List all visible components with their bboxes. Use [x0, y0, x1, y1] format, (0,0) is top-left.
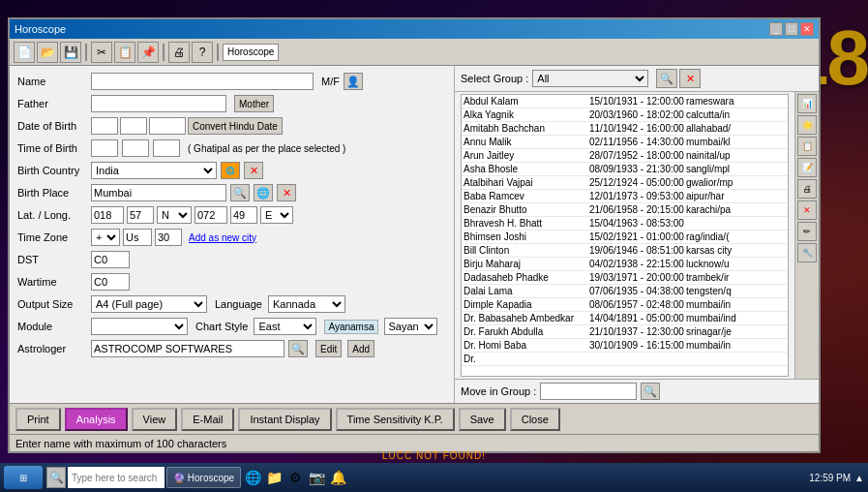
print-btn[interactable]: Print	[15, 408, 61, 431]
add-astrologer-btn[interactable]: Add	[347, 340, 374, 357]
mother-btn[interactable]: Mother	[234, 95, 274, 112]
lat-deg-input[interactable]	[91, 206, 124, 224]
select-group-select[interactable]: All	[532, 70, 648, 87]
maximize-btn[interactable]: □	[785, 22, 798, 36]
birth-place-del-btn[interactable]: ✕	[277, 184, 296, 201]
dob-dd[interactable]	[91, 117, 118, 135]
country-flag-btn[interactable]: 🌐	[221, 162, 240, 179]
save-btn[interactable]: Save	[459, 408, 506, 431]
add-city-link[interactable]: Add as new city	[189, 232, 256, 243]
list-item[interactable]: Dalai Lama 07/06/1935 - 04:38:00 tengste…	[462, 285, 788, 298]
birth-place-globe-btn[interactable]: 🌐	[254, 184, 273, 201]
lon-dir-select[interactable]: EW	[260, 206, 293, 224]
list-item[interactable]: Amitabh Bachchan 11/10/1942 - 16:00:00 a…	[462, 122, 788, 136]
taskbar-icon-5[interactable]: 🔔	[328, 467, 347, 488]
lat-dir-select[interactable]: NS	[157, 206, 192, 224]
list-item[interactable]: Bhimsen Joshi 15/02/1921 - 01:00:00 rag/…	[462, 231, 788, 244]
list-item[interactable]: Birju Maharaj 04/02/1938 - 22:15:00 luck…	[462, 258, 788, 271]
paste-btn[interactable]: 📌	[137, 42, 159, 63]
country-del-btn[interactable]: ✕	[244, 162, 263, 179]
list-item[interactable]: Dr. Farukh Abdulla 21/10/1937 - 12:30:00…	[462, 325, 788, 339]
timezone-sign-select[interactable]: +-	[91, 229, 120, 246]
list-item[interactable]: Dimple Kapadia 08/06/1957 - 02:48:00 mum…	[462, 298, 788, 312]
list-item[interactable]: Asha Bhosle 08/09/1933 - 21:30:00 sangli…	[462, 163, 788, 176]
astrologer-input[interactable]	[91, 340, 284, 357]
chart-style-select[interactable]: East West North South	[254, 318, 316, 335]
minimize-btn[interactable]: _	[769, 22, 783, 36]
lon-deg-input[interactable]	[195, 206, 227, 224]
list-item[interactable]: Dr. Homi Baba 30/10/1909 - 16:15:00 mumb…	[462, 339, 788, 353]
move-group-input[interactable]	[540, 383, 637, 400]
name-input[interactable]	[91, 73, 314, 90]
save-toolbar-btn[interactable]: 💾	[60, 42, 81, 63]
sidebar-icon-5[interactable]: 🖨	[797, 179, 817, 199]
taskbar-icon-1[interactable]: 🌐	[243, 467, 262, 488]
close-btn-bar[interactable]: Close	[510, 408, 560, 431]
birth-place-input[interactable]	[91, 184, 226, 201]
copy-btn[interactable]: 📋	[114, 42, 135, 63]
list-item[interactable]: Dr.	[462, 353, 788, 366]
tob-mm[interactable]	[122, 139, 149, 157]
edit-btn[interactable]: Edit	[315, 340, 342, 357]
people-list[interactable]: Abdul Kalam 15/10/1931 - 12:00:00 ramesw…	[461, 94, 789, 377]
ayanamsa-select[interactable]: Sayan Lahiri	[384, 318, 437, 335]
taskbar-search-input[interactable]	[68, 467, 165, 488]
new-btn[interactable]: 📄	[14, 42, 35, 63]
timezone-m-input[interactable]	[155, 229, 182, 246]
dob-mm[interactable]	[120, 117, 147, 135]
dob-yyyy[interactable]	[149, 117, 186, 135]
lon-min-input[interactable]	[230, 206, 257, 224]
group-close-btn[interactable]: ✕	[679, 69, 701, 88]
sidebar-icon-7[interactable]: ✏	[797, 222, 817, 241]
analysis-btn[interactable]: Analysis	[65, 408, 128, 431]
list-item[interactable]: Benazir Bhutto 21/06/1958 - 20:15:00 kar…	[462, 203, 788, 217]
list-item[interactable]: Atalbihari Vajpai 25/12/1924 - 05:00:00 …	[462, 176, 788, 190]
birth-place-search-btn[interactable]: 🔍	[230, 184, 250, 201]
list-item[interactable]: Bhravesh H. Bhatt 15/04/1963 - 08:53:00	[462, 217, 788, 231]
group-search-btn[interactable]: 🔍	[656, 69, 677, 88]
cut-btn[interactable]: ✂	[91, 42, 112, 63]
list-item[interactable]: Abdul Kalam 15/10/1931 - 12:00:00 ramesw…	[462, 95, 788, 108]
help-btn[interactable]: ?	[192, 42, 213, 63]
astrologer-search-btn[interactable]: 🔍	[288, 340, 308, 357]
convert-hindu-date-btn[interactable]: Convert Hindu Date	[188, 117, 283, 135]
output-size-select[interactable]: A4 (Full page)	[91, 295, 207, 313]
print-toolbar-btn[interactable]: 🖨	[168, 42, 190, 63]
sidebar-icon-6[interactable]: ✕	[797, 200, 817, 220]
start-button[interactable]: ⊞	[4, 466, 43, 489]
module-select[interactable]	[91, 318, 188, 335]
time-sensitivity-btn[interactable]: Time Sensitivity K.P.	[336, 408, 455, 431]
list-item[interactable]: Dadasaheb Phadke 19/03/1971 - 20:00:00 t…	[462, 271, 788, 285]
list-item[interactable]: Bill Clinton 19/06/1946 - 08:51:00 karsa…	[462, 244, 788, 258]
name-icon-btn[interactable]: 👤	[344, 73, 363, 90]
lat-min-input[interactable]	[127, 206, 154, 224]
timezone-h-input[interactable]	[123, 229, 152, 246]
list-item[interactable]: Annu Malik 02/11/1956 - 14:30:00 mumbai/…	[462, 136, 788, 149]
birth-country-select[interactable]: India	[91, 162, 217, 179]
open-btn[interactable]: 📂	[37, 42, 58, 63]
instant-display-btn[interactable]: Instant Display	[238, 408, 331, 431]
sidebar-icon-8[interactable]: 🔧	[797, 243, 817, 262]
wartime-input[interactable]	[91, 273, 130, 291]
list-item[interactable]: Arun Jaitley 28/07/1952 - 18:00:00 naini…	[462, 149, 788, 163]
language-select[interactable]: Kannada	[268, 295, 345, 313]
taskbar-icon-3[interactable]: ⚙	[285, 467, 305, 488]
list-item[interactable]: Dr. Babasaheb Ambedkar 14/04/1891 - 05:0…	[462, 312, 788, 325]
close-btn[interactable]: ✕	[800, 22, 814, 36]
email-btn[interactable]: E-Mail	[181, 408, 234, 431]
taskbar-app-horoscope[interactable]: 🔮 Horoscope	[166, 467, 241, 488]
sidebar-icon-1[interactable]: 📊	[797, 94, 817, 113]
move-group-btn[interactable]: 🔍	[641, 383, 660, 400]
taskbar-icon-4[interactable]: 📷	[307, 467, 326, 488]
sidebar-icon-3[interactable]: 📋	[797, 137, 817, 156]
father-input[interactable]	[91, 95, 226, 112]
list-item[interactable]: Alka Yagnik 20/03/1960 - 18:02:00 calcut…	[462, 108, 788, 122]
list-item[interactable]: Baba Ramcev 12/01/1973 - 09:53:00 aipur/…	[462, 190, 788, 203]
taskbar-icon-2[interactable]: 📁	[264, 467, 284, 488]
sidebar-icon-2[interactable]: 🌟	[797, 115, 817, 135]
view-btn[interactable]: View	[132, 408, 178, 431]
tob-hh[interactable]	[91, 139, 118, 157]
sidebar-icon-4[interactable]: 📝	[797, 158, 817, 177]
tob-ss[interactable]	[153, 139, 180, 157]
dst-input[interactable]	[91, 251, 130, 268]
